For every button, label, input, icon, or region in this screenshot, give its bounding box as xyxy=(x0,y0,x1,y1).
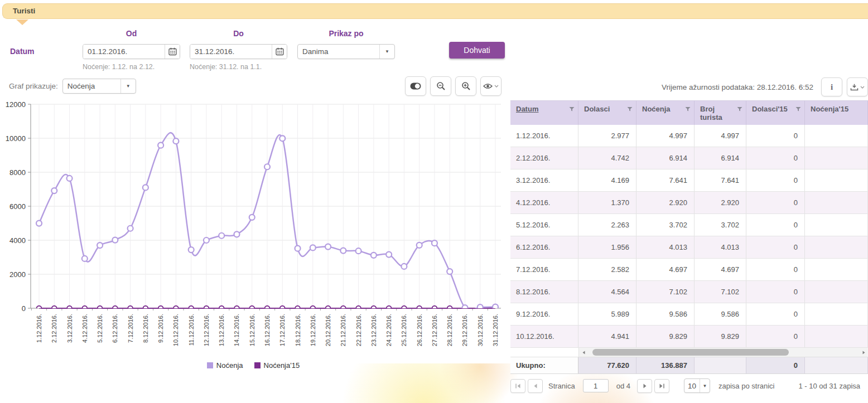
table-row[interactable]: 4.12.2016.1.3702.9202.9200 xyxy=(510,192,868,214)
calendar-icon xyxy=(168,47,177,56)
cell-nocenja: 2.920 xyxy=(636,192,695,213)
horizontal-scrollbar[interactable] xyxy=(578,348,868,357)
total-nocenja15 xyxy=(805,357,868,373)
cell-nocenja15 xyxy=(805,236,868,258)
svg-text:6000: 6000 xyxy=(9,202,26,211)
visibility-dropdown-button[interactable] xyxy=(480,76,501,96)
graf-select[interactable]: Noćenja ▼ xyxy=(62,79,136,94)
page-size-select[interactable]: 10 ▼ xyxy=(684,378,710,393)
table-row[interactable]: 3.12.2016.4.1697.6417.6410 xyxy=(510,169,868,192)
cell-dolasci15: 0 xyxy=(746,169,805,191)
date-to-input[interactable] xyxy=(190,45,272,59)
calendar-to-button[interactable] xyxy=(272,45,287,59)
svg-text:31.12.2016.: 31.12.2016. xyxy=(492,314,499,346)
cell-broj_turista: 2.920 xyxy=(695,192,746,213)
svg-text:11.12.2016.: 11.12.2016. xyxy=(188,314,195,346)
calendar-from-button[interactable] xyxy=(165,45,180,59)
svg-text:27.12.2016.: 27.12.2016. xyxy=(431,314,438,346)
page-size-label: zapisa po stranici xyxy=(718,382,774,390)
svg-text:9.12.2016.: 9.12.2016. xyxy=(157,314,164,343)
zoom-in-icon xyxy=(461,81,471,91)
dohvati-button[interactable]: Dohvati xyxy=(449,42,505,59)
svg-text:29.12.2016.: 29.12.2016. xyxy=(461,314,468,346)
filter-icon[interactable] xyxy=(569,106,575,112)
svg-text:5.12.2016.: 5.12.2016. xyxy=(97,314,103,343)
cell-dolasci: 4.169 xyxy=(578,169,636,191)
zoom-out-icon xyxy=(436,81,446,91)
tab-turisti[interactable]: Turisti xyxy=(13,4,868,18)
export-download-button[interactable] xyxy=(847,77,868,96)
prikaz-select[interactable]: Danima ▼ xyxy=(297,44,395,59)
cell-dolasci: 2.263 xyxy=(578,214,636,236)
table-row[interactable]: 8.12.2016.4.5647.1027.1020 xyxy=(510,281,868,303)
cell-dolasci: 2.977 xyxy=(578,125,636,147)
cell-nocenja: 4.013 xyxy=(636,236,695,258)
cell-dolasci15: 0 xyxy=(746,192,805,213)
svg-text:8.12.2016.: 8.12.2016. xyxy=(142,314,149,343)
table-row[interactable]: 2.12.2016.4.7426.9146.9140 xyxy=(510,147,868,169)
legend-swatch-light xyxy=(207,362,213,368)
table-header-row: Datum Dolasci Noćenja Broj turista Dolas… xyxy=(510,101,868,125)
filter-icon[interactable] xyxy=(627,106,633,112)
triangle-left-icon xyxy=(582,351,585,355)
zoom-out-button[interactable] xyxy=(430,76,451,96)
svg-text:7.12.2016.: 7.12.2016. xyxy=(127,314,134,343)
datum-label: Datum xyxy=(10,47,35,56)
zoom-in-button[interactable] xyxy=(455,76,476,96)
page-number-input[interactable] xyxy=(583,379,609,392)
scrollbar-thumb[interactable] xyxy=(592,349,789,356)
svg-text:17.12.2016.: 17.12.2016. xyxy=(279,314,286,346)
cell-nocenja15 xyxy=(805,281,868,303)
cell-nocenja: 4.997 xyxy=(636,125,695,147)
column-header-datum[interactable]: Datum xyxy=(510,101,578,125)
next-page-icon xyxy=(643,383,647,389)
cell-nocenja: 6.914 xyxy=(636,147,695,169)
cell-nocenja: 7.102 xyxy=(636,281,695,303)
column-header-nocenja15[interactable]: Noćenja'15 xyxy=(805,101,868,125)
chevron-down-icon: ▼ xyxy=(700,379,710,392)
first-page-button[interactable] xyxy=(510,379,525,393)
chevron-down-icon xyxy=(494,85,499,88)
column-header-broj-turista[interactable]: Broj turista xyxy=(695,101,746,125)
svg-text:2000: 2000 xyxy=(9,270,26,279)
cell-broj_turista: 4.697 xyxy=(695,259,746,280)
table-row[interactable]: 1.12.2016.2.9774.9974.9970 xyxy=(510,125,868,147)
scroll-left-arrow[interactable] xyxy=(579,348,588,357)
cell-nocenja: 7.641 xyxy=(636,169,695,191)
triangle-right-icon xyxy=(862,351,865,355)
filter-icon[interactable] xyxy=(737,106,742,112)
scroll-right-arrow[interactable] xyxy=(859,348,868,357)
cell-nocenja: 3.702 xyxy=(636,214,695,236)
table-row[interactable]: 6.12.2016.1.9564.0134.0130 xyxy=(510,236,868,259)
total-dolasci15: 0 xyxy=(746,357,805,373)
prev-page-button[interactable] xyxy=(528,379,543,393)
toggle-series-button[interactable] xyxy=(405,76,426,96)
cell-nocenja: 4.697 xyxy=(636,259,695,280)
legend-item-nocenja15[interactable]: Noćenja'15 xyxy=(254,361,300,370)
column-header-dolasci15[interactable]: Dolasci'15 xyxy=(746,101,805,125)
svg-text:10000: 10000 xyxy=(6,134,26,143)
svg-text:4000: 4000 xyxy=(9,236,26,245)
column-header-nocenja[interactable]: Noćenja xyxy=(636,101,695,125)
chart-toolbar xyxy=(405,76,501,96)
page-of-label: od 4 xyxy=(616,382,630,390)
table-row[interactable]: 5.12.2016.2.2633.7023.7020 xyxy=(510,214,868,236)
svg-text:20.12.2016.: 20.12.2016. xyxy=(325,314,331,346)
calendar-icon xyxy=(276,47,284,56)
next-page-button[interactable] xyxy=(637,379,652,393)
svg-text:14.12.2016.: 14.12.2016. xyxy=(233,314,240,346)
filter-icon[interactable] xyxy=(685,106,691,112)
table-row[interactable]: 9.12.2016.5.9899.5869.5860 xyxy=(510,303,868,326)
info-button[interactable]: i xyxy=(821,77,842,96)
filter-icon[interactable] xyxy=(795,106,801,112)
table-row[interactable]: 7.12.2016.2.5824.6974.6970 xyxy=(510,259,868,281)
cell-dolasci15: 0 xyxy=(746,326,805,347)
cell-datum: 9.12.2016. xyxy=(510,303,578,325)
column-header-dolasci[interactable]: Dolasci xyxy=(578,101,636,125)
legend-item-nocenja[interactable]: Noćenja xyxy=(207,361,243,370)
table-row[interactable]: 10.12.2016.4.9419.8299.8290 xyxy=(510,326,868,348)
svg-text:24.12.2016.: 24.12.2016. xyxy=(385,314,392,346)
chevron-down-icon: ▼ xyxy=(120,79,136,93)
last-page-button[interactable] xyxy=(654,379,669,393)
date-from-input[interactable] xyxy=(83,45,165,59)
